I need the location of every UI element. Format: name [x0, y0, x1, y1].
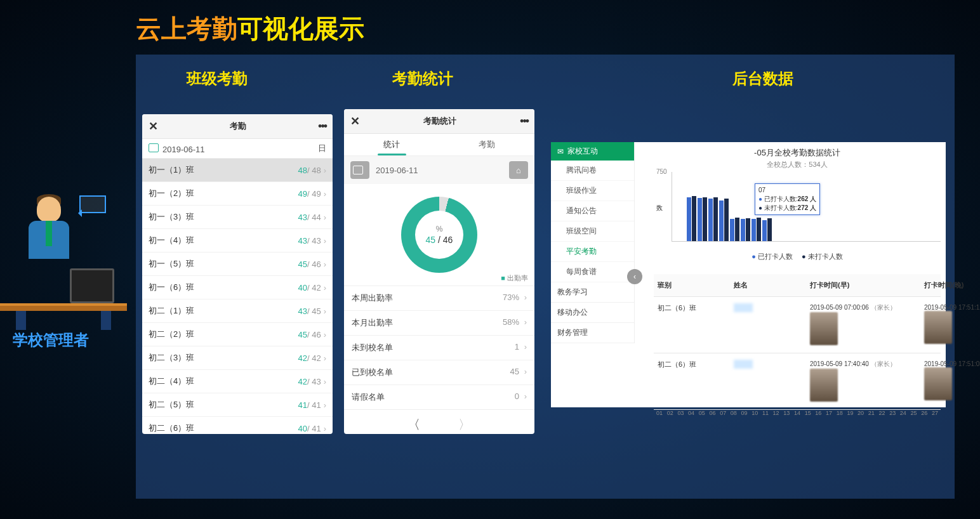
- photo-thumb: [924, 367, 952, 400]
- donut-a: 45: [426, 235, 436, 245]
- class-name: 初二（3）班: [149, 352, 194, 364]
- sidebar-item[interactable]: 每周食谱: [551, 262, 634, 282]
- photo-thumb: [810, 312, 838, 345]
- class-row[interactable]: 初二（4）班 42/ 43›: [142, 370, 333, 393]
- phone2-date-bar: 2019-06-11 ⌂: [344, 156, 534, 184]
- class-name: 初一（5）班: [149, 258, 194, 270]
- donut-legend: 出勤率: [501, 273, 528, 283]
- stat-row[interactable]: 请假名单0 ›: [344, 384, 534, 409]
- class-row[interactable]: 初一（6）班 40/ 42›: [142, 276, 333, 299]
- class-row[interactable]: 初二（2）班 45/ 46›: [142, 323, 333, 346]
- section-class: 班级考勤: [187, 69, 248, 89]
- legend-a: 已打卡人数: [752, 253, 793, 260]
- sidebar-item[interactable]: 平安考勤: [551, 242, 634, 262]
- more-icon[interactable]: •••: [318, 120, 326, 133]
- title-p1: 云上考勤: [136, 15, 237, 43]
- ytick-750: 750: [656, 168, 667, 175]
- calendar-button[interactable]: [350, 161, 369, 179]
- section-backend: 后台数据: [732, 69, 793, 89]
- stat-row[interactable]: 本周出勤率73% ›: [344, 286, 534, 310]
- class-row[interactable]: 初二（6）班 40/ 41›: [142, 417, 333, 434]
- phone2-tabs: 统计 考勤: [344, 134, 534, 156]
- class-name: 初一（2）班: [149, 188, 194, 199]
- section-stats: 考勤统计: [392, 69, 453, 89]
- sidebar-item[interactable]: 班级作业: [551, 181, 634, 201]
- next-icon[interactable]: 〉: [458, 416, 471, 433]
- stat-row[interactable]: 已到校名单45 ›: [344, 360, 534, 384]
- more-icon[interactable]: •••: [520, 115, 528, 128]
- class-name: 初一（6）班: [149, 282, 194, 293]
- class-row[interactable]: 初一（1）班 48/ 48›: [142, 159, 333, 182]
- class-row[interactable]: 初二（5）班 41/ 41›: [142, 393, 333, 417]
- chart-legend: 已打卡人数 未打卡人数: [654, 242, 941, 268]
- chart-subtitle: 全校总人数：534人: [654, 160, 941, 172]
- phone2-stat-list: 本周出勤率73% ›本月出勤率58% ›未到校名单1 ›已到校名单45 ›请假名…: [344, 286, 534, 409]
- class-name: 初一（4）班: [149, 235, 194, 246]
- class-name: 初一（1）班: [149, 164, 194, 176]
- table-head: 班别姓名打卡时间(早)打卡时间(晚): [654, 274, 941, 297]
- phone2-nav: 〈 〉: [344, 409, 534, 434]
- class-row[interactable]: 初一（2）班 49/ 49›: [142, 182, 333, 206]
- stat-row[interactable]: 本月出勤率58% ›: [344, 310, 534, 335]
- phone-class: ✕ 考勤 ••• 2019-06-11 日 初一（1）班 48/ 48›初一（2…: [142, 114, 333, 434]
- legend-b: 未打卡人数: [802, 253, 843, 260]
- class-name: 初二（6）班: [149, 423, 194, 434]
- bar-pair: [687, 196, 696, 241]
- bar-pair: [719, 199, 729, 241]
- bar-pair: [752, 218, 761, 241]
- sidebar-item[interactable]: 班级空间: [551, 221, 634, 242]
- backend-sidebar: ✉ 家校互动 腾讯问卷班级作业通知公告班级空间平安考勤每周食谱 教务学习 移动办…: [551, 142, 635, 343]
- sidebar-group-finance[interactable]: 财务管理: [551, 323, 634, 343]
- sidebar-group-home-school[interactable]: ✉ 家校互动: [551, 142, 634, 161]
- tooltip-day: 07: [758, 186, 816, 195]
- donut-chart: % 45 / 46 出勤率: [344, 184, 534, 286]
- donut-b: 46: [443, 235, 453, 245]
- collapse-sidebar-button[interactable]: ‹: [627, 269, 642, 284]
- chart-xticks: 0102030405060708091011121314151617181920…: [656, 410, 938, 416]
- phone2-header: ✕ 考勤统计 •••: [344, 109, 534, 134]
- phone2-title: 考勤统计: [360, 115, 520, 127]
- prev-icon[interactable]: 〈: [407, 416, 420, 433]
- manager-avatar: [0, 190, 127, 330]
- phone1-list: 初一（1）班 48/ 48›初一（2）班 49/ 49›初一（3）班 43/ 4…: [142, 159, 333, 434]
- bar-pair: [762, 218, 772, 241]
- home-button[interactable]: ⌂: [509, 161, 528, 179]
- sidebar-item[interactable]: 腾讯问卷: [551, 161, 634, 181]
- stage-panel: 班级考勤 考勤统计 后台数据 ✕ 考勤 ••• 2019-06-11 日 初一（…: [136, 55, 955, 499]
- phone1-date: 2019-06-11: [162, 145, 205, 154]
- sidebar-item[interactable]: 通知公告: [551, 201, 634, 221]
- phone-stats: ✕ 考勤统计 ••• 统计 考勤 2019-06-11 ⌂ % 45 / 46 …: [344, 109, 534, 434]
- photo-thumb: [924, 311, 952, 344]
- close-icon[interactable]: ✕: [350, 114, 360, 128]
- class-name: 初二（1）班: [149, 305, 194, 317]
- table-row[interactable]: 初二（6）班 2019-05-09 17:40:40 （家长） 2019-05-…: [654, 353, 941, 410]
- chart-tooltip: 07 已打卡人数:262 人 未打卡人数:272 人: [755, 183, 820, 215]
- phone1-day: 日: [318, 143, 326, 154]
- phone1-date-row[interactable]: 2019-06-11 日: [142, 139, 333, 159]
- backend-main: -05月全校考勤数据统计 全校总人数：534人 人数 750 07 已打卡人数:…: [635, 142, 946, 407]
- attendance-bar-chart: 人数 750 07 已打卡人数:262 人 未打卡人数:272 人: [672, 172, 941, 242]
- tab-stats[interactable]: 统计: [344, 134, 439, 155]
- stat-row[interactable]: 未到校名单1 ›: [344, 335, 534, 360]
- photo-thumb: [810, 369, 838, 402]
- class-row[interactable]: 初一（4）班 43/ 43›: [142, 229, 333, 253]
- class-row[interactable]: 初一（3）班 43/ 44›: [142, 206, 333, 229]
- calendar-icon: [149, 143, 159, 152]
- phone1-title: 考勤: [158, 121, 318, 132]
- chart-title: -05月全校考勤数据统计: [654, 145, 941, 160]
- class-row[interactable]: 初二（1）班 43/ 45›: [142, 299, 333, 323]
- speech-bubble-icon: [79, 195, 106, 213]
- sidebar-group-office[interactable]: 移动办公: [551, 303, 634, 323]
- class-row[interactable]: 初一（5）班 45/ 46›: [142, 253, 333, 276]
- class-row[interactable]: 初二（3）班 42/ 42›: [142, 346, 333, 370]
- monitor-icon: [70, 268, 114, 303]
- phone2-date: 2019-06-11: [369, 166, 509, 175]
- table-row[interactable]: 初二（6）班 2019-05-09 07:00:06 （家长） 2019-05-…: [654, 297, 941, 353]
- page-title: 云上考勤可视化展示: [136, 11, 364, 46]
- tab-attend[interactable]: 考勤: [439, 134, 534, 155]
- title-p2: 可视化展示: [237, 15, 364, 43]
- sidebar-group-teaching[interactable]: 教务学习: [551, 282, 634, 303]
- manager-label: 学校管理者: [13, 330, 89, 350]
- backend-table: 班别姓名打卡时间(早)打卡时间(晚) 初二（6）班 2019-05-09 07:…: [654, 274, 941, 410]
- close-icon[interactable]: ✕: [149, 119, 158, 133]
